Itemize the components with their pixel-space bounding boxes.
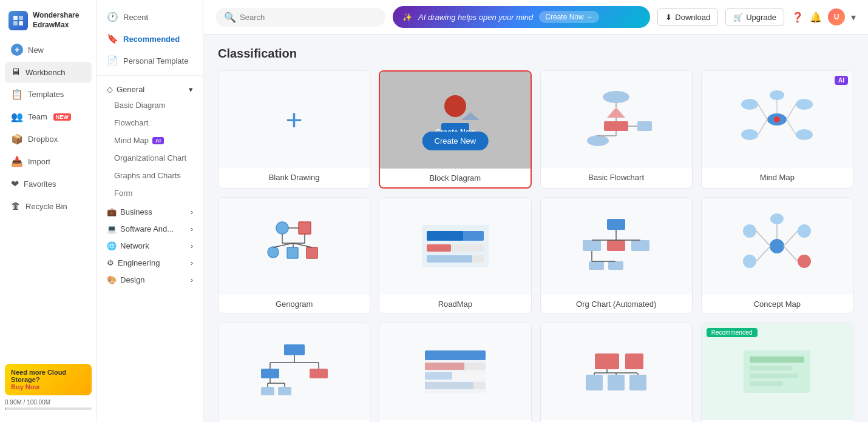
template-table2[interactable] [379,323,531,422]
section-business[interactable]: 💼 Business › [97,202,203,219]
svg-rect-99 [608,375,625,390]
download-icon: ⬇ [665,13,672,22]
sub-mind-map[interactable]: Mind Map AI [97,132,203,149]
buy-now-link[interactable]: Buy Now [11,383,86,390]
search-input[interactable] [240,13,377,22]
business-chevron: › [191,207,193,216]
sub-form[interactable]: Form [97,184,203,202]
sidebar-item-favorites[interactable]: ❤ Favorites [5,173,92,195]
sub-org-chart[interactable]: Organizational Chart [97,149,203,167]
app-name1: Wondershare [33,11,79,21]
workbench-icon: 🖥 [11,67,21,78]
templates-icon: 📋 [11,89,23,100]
svg-point-12 [587,135,609,146]
sidebar-item-team[interactable]: 👥 Team NEW [5,106,92,127]
upgrade-button[interactable]: 🛒 Upgrade [725,8,784,26]
svg-point-22 [741,129,758,140]
search-box[interactable]: 🔍 [215,8,385,27]
template-genogram[interactable]: Genogram [218,197,370,314]
svg-rect-91 [425,363,464,370]
section-engineering[interactable]: ⚙ Engineering › [97,253,203,270]
svg-point-64 [770,239,784,253]
upgrade-cart-icon: 🛒 [733,13,743,22]
svg-line-72 [756,246,770,261]
engineering-chevron: › [191,258,193,267]
template-mind-map[interactable]: AI Mi [701,70,853,189]
svg-line-71 [784,231,798,246]
svg-point-30 [774,116,780,122]
sub-graphs-charts[interactable]: Graphs and Charts [97,167,203,184]
sub-flowchart[interactable]: Flowchart [97,114,203,132]
svg-rect-109 [750,373,798,378]
roadmap-label: RoadMap [379,295,531,313]
sidebar-item-workbench[interactable]: 🖥 Workbench [5,62,92,82]
table2-img [379,323,531,420]
sub-basic-diagram[interactable]: Basic Diagram [97,96,203,114]
section-software[interactable]: 💻 Software And... › [97,219,203,236]
template-concept-map[interactable]: Concept Map [701,197,853,314]
svg-rect-35 [287,247,298,258]
svg-rect-53 [631,240,649,251]
sidebar-item-recycle[interactable]: 🗑 Recycle Bin [5,196,92,216]
svg-rect-83 [278,387,291,395]
svg-rect-45 [427,231,463,241]
svg-rect-95 [425,382,473,389]
template-basic-flowchart[interactable]: Basic Flowchart [540,70,693,189]
ai-banner-text: AI drawing helps open your mind [418,13,533,22]
content-area: Classification + Blank Drawing Create Ne… [203,35,868,422]
svg-rect-52 [607,240,625,251]
upgrade-label: Upgrade [746,13,776,22]
download-button[interactable]: ⬇ Download [657,8,718,26]
help-icon[interactable]: ❓ [792,12,804,23]
sidebar-bottom: Need more Cloud Storage? Buy Now 0.90M /… [0,359,97,416]
template-roadmap[interactable]: RoadMap [379,197,531,314]
mid-item-recommended[interactable]: 🔖 Recommended [97,28,203,50]
user-menu-chevron[interactable]: ▾ [851,12,856,23]
ai-create-button[interactable]: Create Now → [539,11,599,23]
favorites-label: Favorites [24,179,56,189]
svg-rect-54 [589,261,604,270]
template-folder[interactable] [540,323,693,422]
notification-icon[interactable]: 🔔 [810,12,822,23]
app-logo: Wondershare EdrawMax [0,6,97,39]
basic-flowchart-img [541,71,692,168]
section-general[interactable]: ◇ General ▾ [97,79,203,96]
cloud-storage-card[interactable]: Need more Cloud Storage? Buy Now [5,364,92,395]
sidebar-item-import[interactable]: 📥 Import [5,151,92,172]
favorites-icon: ❤ [11,178,19,190]
template-recommended-green[interactable]: Recommended [701,323,853,422]
svg-rect-110 [750,381,783,386]
separator1 [97,75,203,76]
block-diagram-label: Block Diagram [380,169,530,187]
block-diagram-img: Create New Create New [380,72,530,169]
sidebar-item-templates[interactable]: 📋 Templates [5,84,92,105]
svg-point-34 [268,247,279,258]
section-network[interactable]: 🌐 Network › [97,236,203,253]
templates-label: Templates [28,90,64,99]
basic-flowchart-label: Basic Flowchart [541,168,692,187]
svg-line-27 [758,119,767,135]
sidebar-item-new[interactable]: + New [5,39,92,61]
svg-rect-0 [13,16,18,20]
network-chevron: › [191,241,193,250]
template-blank-drawing[interactable]: + Blank Drawing [218,70,370,189]
mid-item-personal[interactable]: 📄 Personal Template [97,50,203,72]
svg-marker-5 [461,112,480,120]
create-new-overlay[interactable]: Create New [422,132,489,150]
mid-item-recent[interactable]: 🕐 Recent [97,6,203,28]
template-org-auto[interactable]: Org Chart (Automated) [540,197,693,314]
user-avatar[interactable]: U [828,8,845,25]
template-tree[interactable] [218,323,370,422]
section-design[interactable]: 🎨 Design › [97,270,203,287]
design-label: Design [120,275,144,284]
team-icon: 👥 [11,111,23,122]
svg-rect-100 [629,375,646,390]
design-chevron: › [191,275,193,284]
main-content: 🔍 ✨ AI drawing helps open your mind Crea… [203,0,868,422]
template-block-diagram[interactable]: Create New Create New Block Diagram [379,70,531,189]
sidebar-item-dropbox[interactable]: 📦 Dropbox [5,129,92,150]
svg-rect-49 [427,255,472,263]
network-label: Network [120,241,149,250]
storage-text: 0.90M / 100.00M [5,399,50,406]
ai-banner[interactable]: ✨ AI drawing helps open your mind Create… [393,6,650,28]
